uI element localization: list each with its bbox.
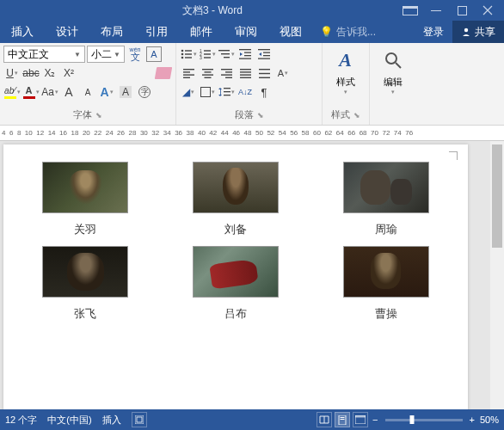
text-direction-button[interactable]: A▾ [274,64,292,82]
superscript-button[interactable]: X² [60,64,77,82]
align-right-button[interactable] [218,64,235,82]
editing-button[interactable]: 编辑 ▾ [373,45,412,99]
read-mode-icon[interactable] [317,412,332,427]
distribute-button[interactable] [255,64,273,82]
phonetic-guide-button[interactable]: wén 文 [126,46,144,63]
para-group-label: 段落 ⬊ [180,107,318,123]
document-title: 文档3 - Word [28,3,397,18]
decrease-indent-button[interactable] [237,46,254,63]
svg-rect-45 [224,91,230,92]
align-left-button[interactable] [180,64,197,82]
ruler-tick: 76 [405,129,413,137]
shrink-font-button[interactable]: A [79,83,96,101]
zoom-slider[interactable] [385,419,463,421]
print-layout-icon[interactable] [335,412,350,427]
svg-point-0 [464,28,468,32]
image-caocao[interactable] [343,246,429,298]
dialog-launcher-icon[interactable]: ⬊ [353,111,360,120]
increase-indent-button[interactable] [255,46,273,63]
page-corner-mark [449,151,458,160]
ruler-tick: 14 [48,129,56,137]
shading-button[interactable]: ◢▾ [180,83,197,101]
caption: 周瑜 [375,222,397,237]
svg-rect-43 [220,89,221,95]
svg-rect-4 [185,53,192,54]
bullets-button[interactable]: ▾ [180,46,197,63]
tab-design[interactable]: 设计 [45,21,89,43]
image-liubei[interactable] [193,162,279,213]
web-layout-icon[interactable] [353,412,368,427]
macro-icon[interactable] [132,412,147,427]
char-border-button[interactable]: A [145,46,163,63]
svg-rect-12 [204,57,211,58]
tab-insert[interactable]: 插入 [0,21,45,43]
tell-me[interactable]: 💡 告诉我... [313,21,383,43]
tab-layout[interactable]: 布局 [89,21,134,43]
login-button[interactable]: 登录 [415,21,452,43]
maximize-icon[interactable] [449,0,475,21]
ruler-tick: 68 [360,129,367,137]
underline-button[interactable]: U▾ [3,64,21,82]
image-guanyu[interactable] [42,162,128,213]
strike-button[interactable]: abc [22,64,40,82]
scrollbar-thumb[interactable] [492,144,502,248]
ruler-tick: 60 [313,129,321,137]
line-spacing-button[interactable]: ▾ [218,83,235,101]
svg-rect-55 [355,415,366,418]
styles-button[interactable]: A 样式 ▾ [326,45,365,99]
numbering-button[interactable]: 123▾ [199,46,216,63]
font-name-combo[interactable]: 中文正文 ▼ [3,46,85,63]
image-lvbu[interactable] [193,246,279,298]
borders-button[interactable]: ▾ [199,83,216,101]
ribbon-display-icon[interactable] [397,0,423,21]
ruler-tick: 24 [106,129,114,137]
text-effects-button[interactable]: A▾ [98,83,115,101]
ruler-tick: 10 [25,129,33,137]
editing-group: 编辑 ▾ . [370,43,417,125]
enclose-char-button[interactable]: 字 [136,83,153,101]
svg-rect-42 [259,77,270,77]
page[interactable]: 关羽 刘备 周瑜 张飞 吕布 曹操 [3,144,468,409]
close-icon[interactable] [475,0,501,21]
vertical-scrollbar[interactable] [490,141,504,409]
subscript-button[interactable]: X₂ [41,64,58,82]
align-justify-button[interactable] [237,64,254,82]
align-left-icon [183,69,194,78]
align-center-button[interactable] [199,64,216,82]
word-count[interactable]: 12 个字 [5,414,37,427]
tab-view[interactable]: 视图 [268,21,313,43]
styles-icon: A [334,48,358,72]
multilevel-button[interactable]: ▾ [218,46,235,63]
tab-references[interactable]: 引用 [134,21,179,43]
font-color-button[interactable]: A ▾ [22,83,40,101]
ruler[interactable]: 4681012141618202224262830323436384042444… [0,126,504,141]
sort-button[interactable]: A↓Z [237,83,254,101]
zoom-out-button[interactable]: − [372,415,378,425]
tab-mailings[interactable]: 邮件 [179,21,224,43]
highlight-button[interactable]: ab⁄ ▾ [3,83,21,101]
share-button[interactable]: 共享 [452,21,504,43]
image-zhangfei[interactable] [42,246,128,298]
char-shading-button[interactable]: A [117,83,134,101]
zoom-in-button[interactable]: + [470,415,475,425]
dialog-launcher-icon[interactable]: ⬊ [257,111,264,120]
clear-format-button[interactable] [155,64,172,82]
tell-me-label: 告诉我... [336,25,376,40]
change-case-button[interactable]: Aa▾ [41,83,58,101]
ruler-tick: 48 [244,129,252,137]
tab-review[interactable]: 审阅 [224,21,268,43]
font-size-combo[interactable]: 小二 ▼ [87,46,125,63]
show-marks-button[interactable]: ¶ [255,83,273,101]
svg-point-1 [181,50,183,52]
svg-rect-30 [202,74,213,75]
grow-font-button[interactable]: A [60,83,77,101]
svg-rect-18 [244,55,251,56]
dialog-launcher-icon[interactable]: ⬊ [95,111,102,120]
zoom-level[interactable]: 50% [480,415,499,425]
svg-rect-19 [239,58,251,59]
svg-rect-26 [183,74,194,75]
insert-mode[interactable]: 插入 [102,414,121,427]
image-zhouyu[interactable] [343,162,429,213]
minimize-icon[interactable] [423,0,449,21]
language[interactable]: 中文(中国) [47,414,91,427]
